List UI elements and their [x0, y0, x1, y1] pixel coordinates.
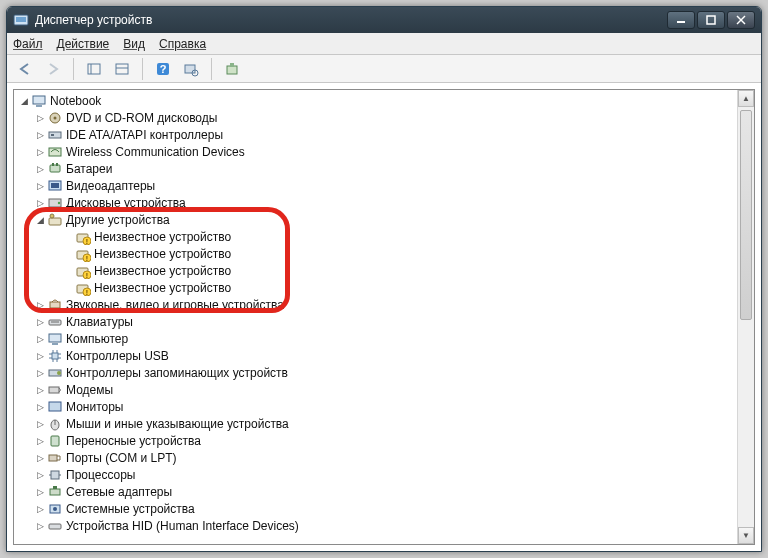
- svg-rect-23: [50, 165, 60, 172]
- tree-item-label: Неизвестное устройство: [94, 230, 231, 244]
- tree-category[interactable]: ▷Батареи: [14, 160, 737, 177]
- tree-item-unknown-device[interactable]: !Неизвестное устройство: [14, 228, 737, 245]
- menu-file[interactable]: Файл: [13, 37, 43, 51]
- category-icon: [47, 127, 63, 143]
- collapse-icon[interactable]: ◢: [34, 211, 46, 228]
- expand-icon[interactable]: ▷: [34, 143, 46, 160]
- expand-icon[interactable]: ▷: [34, 432, 46, 449]
- scan-hardware-button[interactable]: [179, 58, 203, 80]
- tree-category[interactable]: ▷Переносные устройства: [14, 432, 737, 449]
- close-button[interactable]: [727, 11, 755, 29]
- tree-item-label: Неизвестное устройство: [94, 247, 231, 261]
- svg-rect-6: [88, 64, 100, 74]
- expand-icon[interactable]: ▷: [34, 109, 46, 126]
- menu-action[interactable]: Действие: [57, 37, 110, 51]
- tree-category[interactable]: ▷Устройства HID (Human Interface Devices…: [14, 517, 737, 534]
- tree-item-label: Процессоры: [66, 468, 136, 482]
- category-icon: [47, 348, 63, 364]
- svg-rect-49: [52, 353, 58, 359]
- tree-category[interactable]: ▷Контроллеры USB: [14, 347, 737, 364]
- svg-text:!: !: [86, 289, 88, 296]
- expand-icon[interactable]: ▷: [34, 517, 46, 534]
- tree-category[interactable]: ▷Клавиатуры: [14, 313, 737, 330]
- tree-item-label: Мониторы: [66, 400, 123, 414]
- category-icon: [47, 365, 63, 381]
- help-button[interactable]: ?: [151, 58, 175, 80]
- expand-icon[interactable]: ▷: [34, 194, 46, 211]
- update-driver-button[interactable]: [220, 58, 244, 80]
- tree-category[interactable]: ▷Звуковые, видео и игровые устройства: [14, 296, 737, 313]
- svg-rect-53: [49, 402, 61, 411]
- svg-point-31: [50, 214, 54, 218]
- vertical-scrollbar[interactable]: ▲ ▼: [737, 90, 754, 544]
- back-button[interactable]: [13, 58, 37, 80]
- expand-icon[interactable]: ▷: [34, 296, 46, 313]
- category-icon: [47, 450, 63, 466]
- device-tree[interactable]: ◢ Notebook ▷DVD и CD-ROM дисководы▷IDE A…: [14, 90, 737, 544]
- svg-point-29: [58, 201, 60, 203]
- forward-button[interactable]: [41, 58, 65, 80]
- tree-category[interactable]: ▷DVD и CD-ROM дисководы: [14, 109, 737, 126]
- tree-category[interactable]: ▷Процессоры: [14, 466, 737, 483]
- tree-category[interactable]: ▷Мыши и иные указывающие устройства: [14, 415, 737, 432]
- expand-icon[interactable]: ▷: [34, 483, 46, 500]
- show-hidden-button[interactable]: [82, 58, 106, 80]
- tree-item-label: Порты (COM и LPT): [66, 451, 177, 465]
- svg-rect-20: [49, 132, 61, 138]
- tree-category[interactable]: ▷Wireless Communication Devices: [14, 143, 737, 160]
- tree-item-unknown-device[interactable]: !Неизвестное устройство: [14, 262, 737, 279]
- scroll-down-button[interactable]: ▼: [738, 527, 754, 544]
- tree-category[interactable]: ▷IDE ATA/ATAPI контроллеры: [14, 126, 737, 143]
- tree-category-other-devices[interactable]: ◢ Другие устройства: [14, 211, 737, 228]
- expand-icon[interactable]: ▷: [34, 313, 46, 330]
- tree-category[interactable]: ▷Контроллеры запоминающих устройств: [14, 364, 737, 381]
- menu-view[interactable]: Вид: [123, 37, 145, 51]
- tree-category[interactable]: ▷Модемы: [14, 381, 737, 398]
- tree-item-label: Звуковые, видео и игровые устройства: [66, 298, 284, 312]
- category-icon: [47, 144, 63, 160]
- tree-item-label: Контроллеры USB: [66, 349, 169, 363]
- tree-item-unknown-device[interactable]: !Неизвестное устройство: [14, 279, 737, 296]
- expand-icon[interactable]: ▷: [34, 415, 46, 432]
- tree-item-label: Системные устройства: [66, 502, 195, 516]
- tree-category[interactable]: ▷Порты (COM и LPT): [14, 449, 737, 466]
- minimize-button[interactable]: [667, 11, 695, 29]
- scroll-thumb[interactable]: [740, 110, 752, 320]
- titlebar: Диспетчер устройств: [7, 7, 761, 33]
- tree-category[interactable]: ▷Видеоадаптеры: [14, 177, 737, 194]
- tree-category[interactable]: ▷Мониторы: [14, 398, 737, 415]
- tree-item-label: Контроллеры запоминающих устройств: [66, 366, 288, 380]
- tree-root[interactable]: ◢ Notebook: [14, 92, 737, 109]
- maximize-button[interactable]: [697, 11, 725, 29]
- tree-item-label: Дисковые устройства: [66, 196, 186, 210]
- tree-item-label: Мыши и иные указывающие устройства: [66, 417, 289, 431]
- separator: [73, 58, 74, 80]
- tree-item-unknown-device[interactable]: !Неизвестное устройство: [14, 245, 737, 262]
- scroll-up-button[interactable]: ▲: [738, 90, 754, 107]
- tree-category[interactable]: ▷Системные устройства: [14, 500, 737, 517]
- category-icon: [47, 331, 63, 347]
- svg-rect-56: [51, 436, 59, 446]
- computer-icon: [31, 93, 47, 109]
- expand-icon[interactable]: ▷: [34, 160, 46, 177]
- expand-icon[interactable]: ▷: [34, 177, 46, 194]
- expand-icon[interactable]: ▷: [34, 500, 46, 517]
- expand-icon[interactable]: ▷: [34, 381, 46, 398]
- expand-icon[interactable]: ▷: [34, 466, 46, 483]
- expand-icon[interactable]: ▷: [34, 364, 46, 381]
- category-icon: [47, 467, 63, 483]
- svg-rect-62: [53, 486, 57, 489]
- expand-icon[interactable]: ▷: [34, 126, 46, 143]
- collapse-icon[interactable]: ◢: [18, 92, 30, 109]
- tree-category[interactable]: ▷Дисковые устройства: [14, 194, 737, 211]
- tree-category[interactable]: ▷Компьютер: [14, 330, 737, 347]
- tree-item-label: DVD и CD-ROM дисководы: [66, 111, 217, 125]
- expand-icon[interactable]: ▷: [34, 347, 46, 364]
- menu-help[interactable]: Справка: [159, 37, 206, 51]
- expand-icon[interactable]: ▷: [34, 330, 46, 347]
- properties-button[interactable]: [110, 58, 134, 80]
- svg-rect-52: [49, 387, 59, 393]
- tree-category[interactable]: ▷Сетевые адаптеры: [14, 483, 737, 500]
- expand-icon[interactable]: ▷: [34, 449, 46, 466]
- expand-icon[interactable]: ▷: [34, 398, 46, 415]
